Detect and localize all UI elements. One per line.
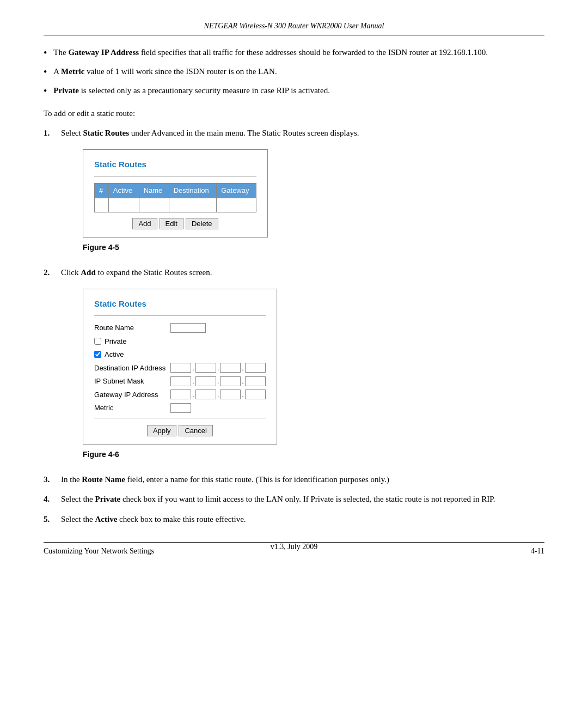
bullet-symbol-3: • — [44, 84, 47, 98]
active-checkbox[interactable] — [94, 351, 101, 358]
subnet-2[interactable] — [195, 376, 216, 386]
step-5-num: 5. — [44, 513, 54, 526]
empty-cell-3 — [139, 198, 169, 212]
metric-row: Metric — [94, 403, 266, 413]
figure-6-container: Static Routes Route Name — [83, 289, 277, 460]
step-4-text: Select the Private check box if you want… — [61, 493, 495, 506]
footer-version: v1.3, July 2009 — [271, 543, 317, 551]
step-2-bold: Add — [81, 268, 96, 277]
dest-ip-label: Destination IP Address — [94, 363, 170, 374]
dest-ip-2[interactable] — [195, 363, 216, 373]
steps-list: 1. Select Static Routes under Advanced i… — [44, 127, 544, 525]
active-row: Active — [94, 349, 266, 360]
step-2-content: Click Add to expand the Static Routes sc… — [61, 266, 277, 466]
dest-ip-3[interactable] — [220, 363, 241, 373]
gateway-inputs: . . . — [170, 389, 266, 400]
bullet-item-2: • A Metric value of 1 will work since th… — [44, 65, 544, 79]
figure-6-title: Static Routes — [94, 298, 266, 311]
delete-button[interactable]: Delete — [186, 218, 218, 229]
subnet-1[interactable] — [170, 376, 191, 386]
figure-5-box: Static Routes # Active Name Destination — [83, 149, 268, 238]
content-area: • The Gateway IP Address field specifies… — [44, 46, 544, 525]
step-4-num: 4. — [44, 493, 54, 506]
routes-table: # Active Name Destination Gateway — [94, 183, 256, 212]
cancel-button[interactable]: Cancel — [179, 425, 212, 436]
gateway-dot-2: . — [217, 389, 219, 400]
gateway-dot-1: . — [192, 389, 194, 400]
gateway-label: Gateway IP Address — [94, 389, 170, 400]
dest-ip-dot-2: . — [217, 363, 219, 374]
gateway-4[interactable] — [245, 389, 266, 399]
apply-button[interactable]: Apply — [147, 425, 177, 436]
subnet-row: IP Subnet Mask . . . — [94, 376, 266, 387]
gateway-1[interactable] — [170, 389, 191, 399]
figure-6-btn-row: Apply Cancel — [94, 425, 266, 436]
empty-cell-5 — [217, 198, 256, 212]
empty-cell-1 — [95, 198, 109, 212]
dest-ip-4[interactable] — [245, 363, 266, 373]
bullet-item-3: • Private is selected only as a precauti… — [44, 84, 544, 98]
col-gateway: Gateway — [217, 184, 256, 198]
dest-ip-dot-3: . — [242, 363, 244, 374]
figure-5-divider — [94, 176, 256, 176]
page: NETGEAR Wireless-N 300 Router WNR2000 Us… — [0, 0, 588, 567]
figure-6-divider — [94, 315, 266, 316]
subnet-3[interactable] — [220, 376, 241, 386]
gateway-dot-3: . — [242, 389, 244, 400]
step-3-num: 3. — [44, 473, 54, 486]
figure-6-box: Static Routes Route Name — [83, 289, 277, 445]
route-name-row: Route Name — [94, 322, 266, 333]
gateway-3[interactable] — [220, 389, 241, 399]
page-header: NETGEAR Wireless-N 300 Router WNR2000 Us… — [44, 22, 544, 35]
step-1-bold: Static Routes — [83, 129, 129, 137]
step-1-num: 1. — [44, 127, 54, 139]
bold-gateway: Gateway IP Address — [68, 48, 139, 57]
bullet-text-1: The Gateway IP Address field specifies t… — [53, 46, 488, 59]
dest-ip-row: Destination IP Address . . . — [94, 363, 266, 374]
step-3-text: In the Route Name field, enter a name fo… — [61, 473, 389, 486]
dest-ip-1[interactable] — [170, 363, 191, 373]
step-1-content: Select Static Routes under Advanced in t… — [61, 127, 359, 259]
figure-6-caption: Figure 4-6 — [83, 449, 119, 460]
step-3: 3. In the Route Name field, enter a name… — [44, 473, 544, 486]
subnet-label: IP Subnet Mask — [94, 376, 170, 387]
figure-5-title: Static Routes — [94, 159, 256, 171]
route-name-input[interactable] — [170, 323, 206, 333]
step-4-bold: Private — [95, 495, 120, 503]
step-2-num: 2. — [44, 266, 54, 279]
routes-table-header-row: # Active Name Destination Gateway — [95, 184, 256, 198]
col-destination: Destination — [169, 184, 216, 198]
private-label: Private — [105, 336, 126, 347]
bullet-text-2: A Metric value of 1 will work since the … — [53, 65, 277, 78]
metric-input[interactable] — [170, 403, 191, 413]
form-grid: Route Name Private — [94, 322, 266, 413]
private-row: Private — [94, 336, 266, 347]
routes-table-empty-row — [95, 198, 256, 212]
metric-label: Metric — [94, 403, 170, 413]
step-1: 1. Select Static Routes under Advanced i… — [44, 127, 544, 259]
footer-left: Customizing Your Network Settings — [44, 547, 154, 556]
routes-table-body — [95, 198, 256, 212]
edit-button[interactable]: Edit — [160, 218, 183, 229]
empty-cell-2 — [108, 198, 139, 212]
subnet-dot-1: . — [192, 376, 194, 387]
figure-5-container: Static Routes # Active Name Destination — [83, 149, 359, 254]
active-label: Active — [105, 349, 124, 360]
bullet-list: • The Gateway IP Address field specifies… — [44, 46, 544, 99]
bullet-symbol-1: • — [44, 46, 47, 60]
gateway-row: Gateway IP Address . . . — [94, 389, 266, 400]
col-active: Active — [108, 184, 139, 198]
add-button[interactable]: Add — [132, 218, 157, 229]
subnet-dot-2: . — [217, 376, 219, 387]
subnet-4[interactable] — [245, 376, 266, 386]
bullet-item-1: • The Gateway IP Address field specifies… — [44, 46, 544, 60]
step-4: 4. Select the Private check box if you w… — [44, 493, 544, 506]
bullet-symbol-2: • — [44, 65, 47, 79]
private-checkbox[interactable] — [94, 338, 101, 345]
gateway-2[interactable] — [195, 389, 216, 399]
figure-5-btn-row: Add Edit Delete — [94, 218, 256, 229]
step-1-text: Select Static Routes under Advanced in t… — [61, 129, 359, 137]
subnet-inputs: . . . — [170, 376, 266, 387]
bullet-text-3: Private is selected only as a precaution… — [53, 84, 330, 97]
col-hash: # — [95, 184, 109, 198]
